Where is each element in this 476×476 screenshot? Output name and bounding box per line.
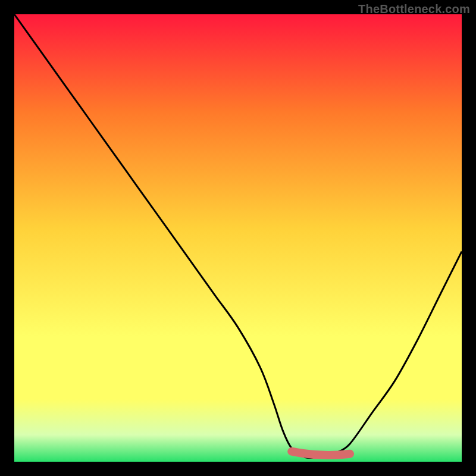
watermark-text: TheBottleneck.com <box>358 2 470 16</box>
optimal-range-marker <box>292 452 350 455</box>
gradient-background <box>14 14 462 462</box>
plot-area <box>14 14 462 462</box>
bottleneck-chart <box>14 14 462 462</box>
chart-container: TheBottleneck.com <box>0 0 476 476</box>
